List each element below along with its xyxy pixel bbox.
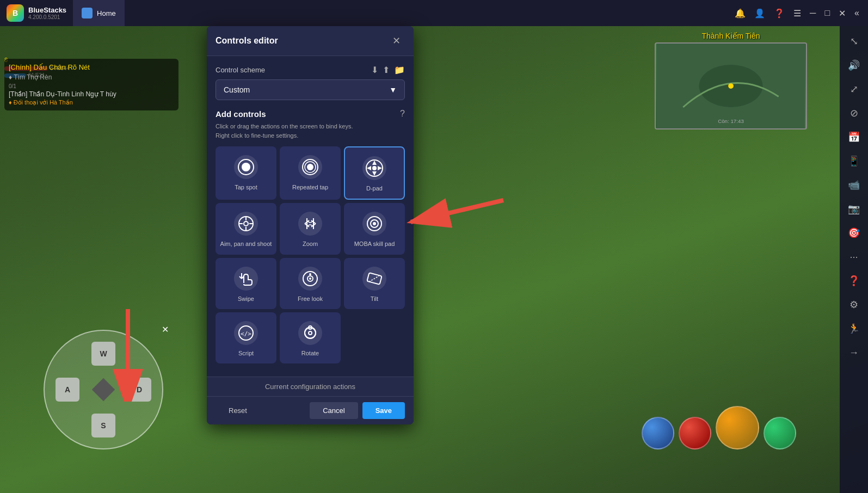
current-config-bar: Current configuration actions bbox=[207, 377, 414, 396]
zoom-icon bbox=[298, 212, 322, 236]
map-title: Thành Kiếm Tiên bbox=[655, 32, 807, 40]
notification-icon[interactable]: 🔔 bbox=[735, 8, 746, 19]
svg-point-30 bbox=[309, 278, 311, 280]
modal-close-button[interactable]: ✕ bbox=[388, 33, 405, 49]
dpad-down[interactable]: S bbox=[91, 414, 115, 437]
quest-count: 0/1 bbox=[9, 83, 174, 89]
add-controls-header: Add controls ? bbox=[216, 109, 405, 119]
sidebar-slash-icon[interactable]: ⊘ bbox=[843, 102, 865, 124]
folder-icon[interactable]: 📁 bbox=[394, 65, 405, 75]
aim-pan-shoot-label: Aim, pan and shoot bbox=[220, 240, 272, 248]
tap-spot-label: Tap spot bbox=[235, 183, 257, 191]
sidebar-target-icon[interactable]: 🎯 bbox=[843, 222, 865, 244]
map-area: Thành Kiếm Tiên Còn: 17:43 bbox=[655, 32, 807, 130]
control-free-look[interactable]: Free look bbox=[280, 258, 341, 309]
cancel-button[interactable]: Cancel bbox=[310, 402, 358, 419]
svg-point-31 bbox=[309, 273, 311, 275]
dpad-close[interactable]: ✕ bbox=[162, 324, 169, 335]
sidebar-gear-icon[interactable]: ⚙ bbox=[843, 294, 865, 316]
home-tab-icon bbox=[82, 8, 93, 19]
quest-sub: ♦ Tìm Thợ Rèn bbox=[9, 73, 174, 81]
svg-line-7 bbox=[411, 200, 503, 222]
svg-point-4 bbox=[728, 83, 734, 89]
control-dpad[interactable]: D-pad bbox=[344, 146, 405, 200]
quest-panel: [Chính] Dấu Chân Rõ Nét ♦ Tìm Thợ Rèn 0/… bbox=[4, 59, 178, 110]
control-repeated-tap[interactable]: Repeated tap bbox=[280, 146, 341, 200]
control-aim-pan-shoot[interactable]: Aim, pan and shoot bbox=[216, 203, 276, 254]
import-icon[interactable]: ⬇ bbox=[371, 65, 378, 75]
tilt-label: Tilt bbox=[371, 295, 378, 303]
sidebar-volume-icon[interactable]: 🔊 bbox=[843, 54, 865, 76]
sidebar-question-icon[interactable]: ❓ bbox=[843, 270, 865, 292]
export-icon[interactable]: ⬆ bbox=[383, 65, 390, 75]
controls-editor-modal: Controls editor ✕ Control scheme ⬇ ⬆ 📁 C… bbox=[207, 26, 414, 424]
sidebar-arrow-icon[interactable]: → bbox=[843, 342, 865, 363]
modal-body: Control scheme ⬇ ⬆ 📁 Custom ▼ Add contro… bbox=[207, 56, 414, 377]
add-controls-title: Add controls bbox=[216, 109, 266, 119]
sidebar-camera-icon[interactable]: 📷 bbox=[843, 198, 865, 220]
help-icon[interactable]: ❓ bbox=[774, 8, 785, 19]
top-bar: B BlueStacks 4.200.0.5201 Home 🔔 👤 ❓ ☰ ─… bbox=[0, 0, 868, 26]
svg-text:</>: </> bbox=[241, 330, 251, 337]
sidebar-resize-icon[interactable]: ⤢ bbox=[843, 78, 865, 100]
tilt-icon bbox=[362, 267, 386, 291]
swipe-icon bbox=[234, 267, 258, 291]
scheme-icons: ⬇ ⬆ 📁 bbox=[371, 65, 405, 75]
skill-area bbox=[642, 406, 796, 449]
save-button[interactable]: Save bbox=[362, 402, 405, 419]
svg-marker-15 bbox=[372, 171, 377, 176]
scheme-value: Custom bbox=[224, 85, 250, 94]
script-label: Script bbox=[238, 349, 254, 357]
svg-marker-17 bbox=[378, 166, 382, 170]
modal-title: Controls editor bbox=[216, 36, 278, 46]
skill-btn-blue2[interactable] bbox=[764, 417, 796, 449]
modal-footer: Reset Cancel Save bbox=[207, 396, 414, 424]
sidebar-more-icon[interactable]: ··· bbox=[843, 246, 865, 268]
quest-title: [Chính] Dấu Chân Rõ Nét bbox=[9, 63, 174, 71]
quest-item-2: [Thần] Thần Dụ-Tinh Linh Ngự T hùy bbox=[9, 90, 174, 98]
control-moba-skill-pad[interactable]: MOBA skill pad bbox=[344, 203, 405, 254]
reset-button[interactable]: Reset bbox=[216, 402, 260, 419]
minimize-icon[interactable]: ─ bbox=[810, 8, 816, 18]
skill-btn-1[interactable] bbox=[642, 417, 674, 449]
modal-header: Controls editor ✕ bbox=[207, 26, 414, 56]
sidebar-expand-icon[interactable]: ⤡ bbox=[843, 30, 865, 52]
skill-btn-fire[interactable] bbox=[679, 417, 711, 449]
tap-spot-icon bbox=[234, 155, 258, 179]
game-area: 8 844/844 51/521 [Chính] Dấu Chân Rõ Nét… bbox=[0, 26, 840, 493]
add-controls-desc: Click or drag the actions on the screen … bbox=[216, 122, 405, 140]
collapse-icon[interactable]: « bbox=[854, 8, 859, 18]
scheme-label-row: Control scheme ⬇ ⬆ 📁 bbox=[216, 65, 405, 75]
control-swipe[interactable]: Swipe bbox=[216, 258, 276, 309]
svg-text:Còn: 17:43: Còn: 17:43 bbox=[718, 118, 744, 124]
sidebar-calendar-icon[interactable]: 📅 bbox=[843, 126, 865, 148]
svg-point-37 bbox=[309, 331, 312, 335]
dpad-icon bbox=[362, 156, 386, 180]
sidebar-phone-icon[interactable]: 📱 bbox=[843, 150, 865, 172]
maximize-icon[interactable]: □ bbox=[824, 8, 830, 18]
scheme-dropdown[interactable]: Custom ▼ bbox=[216, 79, 405, 100]
map-image: Còn: 17:43 bbox=[655, 42, 807, 130]
dpad-left[interactable]: A bbox=[56, 378, 79, 402]
dropdown-arrow-icon: ▼ bbox=[389, 85, 397, 94]
add-controls-help-icon[interactable]: ? bbox=[400, 109, 405, 119]
svg-marker-14 bbox=[372, 161, 377, 165]
sidebar-run-icon[interactable]: 🏃 bbox=[843, 318, 865, 340]
control-script[interactable]: </> Script bbox=[216, 312, 276, 363]
menu-icon[interactable]: ☰ bbox=[793, 8, 801, 19]
rotate-icon bbox=[298, 321, 322, 345]
controls-grid: Tap spot Repeated tap bbox=[216, 146, 405, 363]
footer-right: Cancel Save bbox=[310, 402, 405, 419]
control-rotate[interactable]: Rotate bbox=[280, 312, 341, 363]
control-tap-spot[interactable]: Tap spot bbox=[216, 146, 276, 200]
home-tab[interactable]: Home bbox=[73, 0, 125, 26]
sidebar-video-icon[interactable]: 📹 bbox=[843, 174, 865, 196]
svg-point-9 bbox=[242, 163, 250, 171]
account-icon[interactable]: 👤 bbox=[754, 8, 765, 19]
control-zoom[interactable]: Zoom bbox=[280, 203, 341, 254]
close-icon[interactable]: ✕ bbox=[839, 8, 846, 19]
rotate-label: Rotate bbox=[301, 349, 319, 357]
repeated-tap-label: Repeated tap bbox=[292, 183, 328, 191]
skill-btn-gold[interactable] bbox=[716, 406, 759, 449]
control-tilt[interactable]: Tilt bbox=[344, 258, 405, 309]
